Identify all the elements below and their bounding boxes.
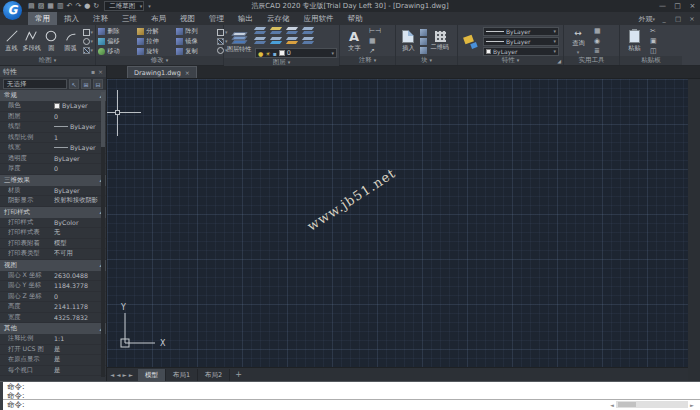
redo-icon[interactable]: ↷ — [75, 1, 81, 11]
qrcode-button[interactable]: 二维码 — [429, 31, 451, 52]
refresh-icon[interactable]: ↻ — [93, 1, 99, 11]
property-row[interactable]: 圆心 Z 坐标0 — [0, 292, 106, 303]
layer-tool-icon[interactable] — [303, 26, 315, 34]
id-point-button[interactable]: ◉ — [594, 37, 601, 45]
layout-nav-arrow[interactable]: ► — [122, 372, 126, 378]
doc-minimize-button[interactable]: _ — [659, 15, 669, 23]
close-button[interactable]: × — [685, 0, 700, 12]
layout-nav-arrow[interactable]: ◄ — [116, 372, 120, 378]
property-row[interactable]: 打印样式表无 — [0, 228, 106, 239]
property-row[interactable]: 在原点显示是 — [0, 355, 106, 366]
workspace-select[interactable]: 二维草图 ▾ — [104, 1, 144, 11]
arc-button[interactable]: 圆弧 — [61, 29, 81, 53]
property-row[interactable]: 阴影显示投射和接收阴影 — [0, 196, 106, 207]
layout-tab[interactable]: 布局1 — [166, 369, 198, 381]
pin-icon[interactable]: ▪ — [91, 68, 95, 75]
property-row[interactable]: 透明度ByLayer — [0, 154, 106, 165]
pick-select-button[interactable]: ↖ — [69, 79, 79, 89]
group-label-block[interactable]: 块 ▾ — [396, 56, 457, 65]
layer-properties-button[interactable]: 图层特性 — [226, 32, 252, 52]
ribbon-tab[interactable]: 常用 — [28, 12, 57, 25]
app-logo[interactable]: G — [3, 1, 22, 20]
hatch-button[interactable]: ▾ — [83, 47, 94, 54]
property-row[interactable]: 线型比例1 — [0, 133, 106, 144]
modify-tool-button[interactable]: 偏移 — [98, 36, 137, 46]
new-file-icon[interactable]: ▤ — [28, 1, 35, 11]
list-button[interactable]: ≣ — [594, 47, 601, 55]
ribbon-tab[interactable]: 应用软件 — [297, 12, 341, 25]
ribbon-tab[interactable]: 云存储 — [260, 12, 297, 25]
dimension-button[interactable]: ⊢⊣ — [369, 27, 381, 35]
scroll-left-icon[interactable]: ◄ — [608, 402, 616, 408]
save-icon[interactable]: ▦ — [47, 1, 54, 11]
doc-restore-button[interactable]: □ — [673, 15, 683, 23]
property-row[interactable]: 线型ByLayer — [0, 122, 106, 133]
modify-tool-button[interactable]: 阵列 — [176, 26, 215, 36]
properties-palette-header[interactable]: 特性 ▪ × — [0, 66, 106, 77]
circle-button[interactable]: 圆 — [41, 29, 61, 53]
group-label-utility[interactable]: 实用工具 — [564, 56, 619, 65]
select-objects-button[interactable]: ⊟ — [93, 79, 103, 89]
create-block-button[interactable] — [420, 29, 427, 36]
property-row[interactable]: 颜色ByLayer — [0, 101, 106, 112]
layout-tab[interactable]: 模型 — [138, 369, 166, 381]
line-button[interactable]: 直线 — [2, 29, 22, 53]
layer-tool-icon[interactable] — [255, 36, 267, 44]
ribbon-tab[interactable]: 管理 — [202, 12, 231, 25]
modify-tool-button[interactable]: 拉伸 — [137, 36, 176, 46]
layer-select[interactable]: ● ☀ ▪ 0 ▾ — [255, 48, 337, 58]
command-scrollbar[interactable]: ◄ ► — [608, 401, 696, 408]
document-tab[interactable]: Drawing1.dwg × — [127, 66, 197, 78]
property-row[interactable]: 打印表类型不可用 — [0, 249, 106, 260]
copy-clip-button[interactable]: ▣ — [650, 37, 657, 45]
property-row[interactable]: 宽度4325.7832 — [0, 313, 106, 324]
minimize-button[interactable]: — — [655, 0, 670, 12]
restore-button[interactable]: □ — [670, 0, 685, 12]
add-layout-button[interactable]: + — [230, 370, 247, 379]
layer-tool-icon[interactable] — [287, 36, 299, 44]
linetype-select[interactable]: ByLayer ▾ — [483, 37, 559, 46]
property-row[interactable]: 圆心 Y 坐标1184.3778 — [0, 281, 106, 292]
section-header-3d[interactable]: 三维效果▴ — [0, 175, 106, 186]
property-row[interactable]: 线宽ByLayer — [0, 143, 106, 154]
property-row[interactable]: 高度2141.1178 — [0, 302, 106, 313]
insert-block-button[interactable]: 插入 — [398, 30, 418, 53]
block-attr-button[interactable] — [420, 47, 427, 54]
property-row[interactable]: 每个视口是 — [0, 366, 106, 377]
print-icon[interactable]: ▥ — [57, 1, 64, 11]
group-label-modify[interactable]: 修改 ▾ — [96, 56, 223, 65]
section-header-plotstyle[interactable]: 打印样式▴ — [0, 207, 106, 218]
command-input[interactable]: 命令: — [3, 400, 700, 410]
modify-tool-button[interactable]: 分解 — [137, 26, 176, 36]
lineweight-select[interactable]: ByLayer ▾ — [483, 27, 559, 36]
layer-tool-icon[interactable] — [271, 36, 283, 44]
paste-button[interactable]: 粘贴 — [622, 30, 646, 53]
close-icon[interactable]: × — [98, 68, 103, 75]
cut-button[interactable]: ✂ — [650, 27, 657, 35]
layout-nav-arrow[interactable]: ► — [129, 372, 133, 378]
group-label-clipboard[interactable]: 粘贴板 — [620, 56, 682, 65]
layout-nav-arrow[interactable]: ◄ — [110, 372, 114, 378]
measure-button[interactable]: ↔ 查询 ▾ — [566, 28, 590, 55]
doc-close-button[interactable]: × — [687, 15, 697, 23]
properties-scrollbar[interactable] — [101, 92, 105, 377]
close-icon[interactable]: × — [185, 69, 190, 76]
layer-tool-icon[interactable] — [271, 26, 283, 34]
property-row[interactable]: 注释比例1:1 — [0, 334, 106, 345]
quick-select-button[interactable]: ⊞ — [81, 79, 91, 89]
ribbon-tab[interactable]: 注释 — [86, 12, 115, 25]
text-button[interactable]: A 文字 — [342, 30, 366, 53]
layer-tool-icon[interactable] — [303, 36, 315, 44]
modify-tool-button[interactable]: 移动 — [98, 46, 137, 56]
property-row[interactable]: 材质ByLayer — [0, 186, 106, 197]
scroll-right-icon[interactable]: ► — [688, 402, 696, 408]
modify-tool-button[interactable]: 镜像 — [176, 36, 215, 46]
table-button[interactable]: ▦ — [369, 37, 381, 45]
ribbon-tab[interactable]: 输出 — [231, 12, 260, 25]
match-properties-button[interactable] — [460, 35, 480, 48]
color-select[interactable]: ByLayer ▾ — [483, 47, 559, 56]
ribbon-tab[interactable]: 插入 — [57, 12, 86, 25]
open-folder-icon[interactable]: ▨ — [38, 1, 45, 11]
section-header-view[interactable]: 视图▴ — [0, 260, 106, 271]
web-icon[interactable]: ● — [84, 1, 90, 11]
